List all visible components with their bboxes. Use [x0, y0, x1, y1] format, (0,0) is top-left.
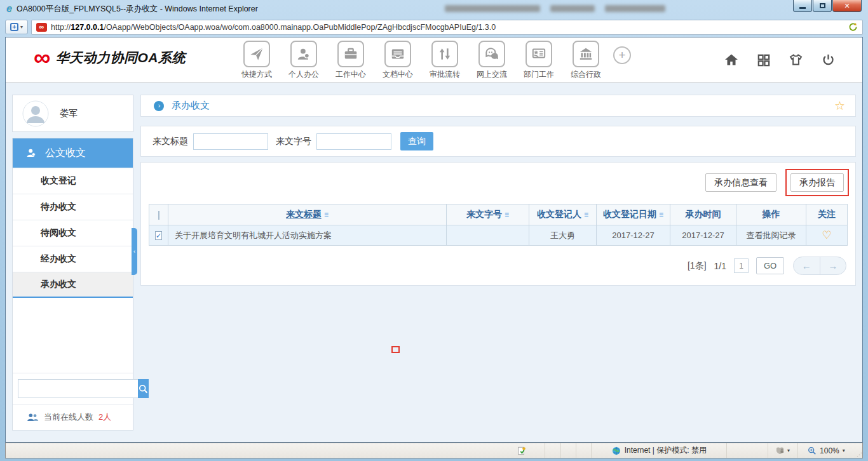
prev-page-button[interactable]: ← — [794, 257, 820, 274]
nav-work-center[interactable]: 工作中心 — [331, 41, 370, 80]
apps-grid-icon[interactable] — [756, 53, 771, 67]
forward-arrow-icon: → — [828, 260, 837, 271]
sidebar-section-label: 公文收文 — [45, 147, 86, 160]
online-count: 2人 — [98, 411, 111, 423]
minimize-button[interactable] — [793, 0, 812, 12]
theme-tshirt-icon[interactable] — [788, 52, 804, 67]
chevron-down-icon: ▾ — [787, 448, 790, 453]
app-title: 华天动力协同OA系统 — [55, 49, 186, 67]
sidebar-collapse-handle[interactable]: ‹ — [132, 228, 137, 275]
nav-document-center[interactable]: 文档中心 — [378, 41, 417, 80]
page-number-input[interactable] — [734, 258, 749, 273]
sidebar-item-pending[interactable]: 待办收文 — [13, 194, 133, 220]
page-viewport: ∞ 华天动力协同OA系统 快捷方式 个人办公 工作中心 文档 — [5, 37, 863, 443]
nav-quick-access[interactable]: 快捷方式 — [237, 41, 276, 80]
add-tab-button[interactable]: + ▾ — [5, 20, 28, 34]
maximize-button[interactable] — [813, 0, 832, 12]
nav-approval-flow[interactable]: 审批流转 — [425, 41, 465, 80]
infinity-logo-icon: ∞ — [34, 48, 50, 67]
breadcrumb-bar: › 承办收文 ☆ — [140, 95, 856, 117]
pagination: [1条] 1/1 GO ← → — [141, 246, 855, 283]
page-indicator: 1/1 — [714, 261, 726, 271]
filter-title-label: 来文标题 — [153, 136, 188, 147]
inbox-icon — [390, 46, 406, 62]
col-operation: 操作 — [736, 204, 806, 225]
status-left — [6, 443, 530, 458]
cell-registrant: 王大勇 — [529, 225, 597, 246]
people-icon — [27, 413, 39, 422]
ie-logo-icon: e — [6, 3, 12, 15]
home-icon[interactable] — [724, 52, 739, 67]
go-button[interactable]: GO — [756, 257, 784, 274]
filter-number-input[interactable] — [316, 133, 391, 150]
globe-icon — [612, 446, 621, 455]
sort-icon[interactable]: ≡ — [324, 210, 329, 219]
col-handle-date: 承办时间 — [670, 204, 736, 225]
refresh-button[interactable] — [848, 22, 858, 32]
filter-title-input[interactable] — [193, 133, 268, 150]
filter-number-label: 来文字号 — [276, 136, 311, 147]
compatibility-control[interactable]: ▾ — [768, 443, 798, 458]
app-logo: ∞ 华天动力协同OA系统 — [34, 48, 186, 67]
documents-table: 来文标题≡ 来文字号≡ 收文登记人≡ 收文登记日期≡ 承办时间 操作 关注 — [149, 204, 848, 246]
briefcase-icon — [342, 46, 359, 62]
filter-bar: 来文标题 来文字号 查询 — [140, 126, 856, 157]
nav-department-work[interactable]: 部门工作 — [519, 41, 559, 80]
swap-arrows-icon — [437, 46, 453, 62]
shield-lock-icon — [775, 446, 785, 455]
window-title: OA8000平台版_FPLMYSQL5--承办收文 - Windows Inte… — [17, 4, 258, 15]
add-app-button[interactable]: + — [613, 46, 631, 64]
sidebar-item-to-read[interactable]: 待阅收文 — [13, 220, 133, 246]
sidebar-section-receive-docs[interactable]: 公文收文 — [13, 138, 133, 168]
sort-icon[interactable]: ≡ — [505, 210, 509, 219]
zone-text: Internet | 保护模式: 禁用 — [625, 445, 707, 456]
nav-personal-office[interactable]: 个人办公 — [284, 41, 323, 80]
view-undertake-info-button[interactable]: 承办信息查看 — [705, 173, 776, 192]
window-controls: ✕ — [792, 0, 862, 12]
view-review-record-link[interactable]: 查看批阅记录 — [736, 225, 806, 246]
user-card: 娄军 — [12, 95, 133, 132]
sort-icon[interactable]: ≡ — [584, 210, 588, 219]
url-field[interactable]: ∞ http://127.0.0.1/OAapp/WebObjects/OAap… — [31, 20, 863, 35]
results-panel: 承办信息查看 承办报告 来文标题≡ 来 — [140, 162, 856, 286]
select-all-checkbox[interactable] — [158, 211, 159, 220]
query-button[interactable]: 查询 — [400, 132, 433, 150]
site-favicon-icon: ∞ — [36, 23, 47, 32]
user-name: 娄军 — [60, 108, 78, 119]
url-text[interactable]: http://127.0.0.1/OAapp/WebObjects/OAapp.… — [51, 23, 496, 32]
paper-plane-icon — [248, 46, 265, 62]
cell-handle-date: 2017-12-27 — [670, 225, 736, 246]
sort-icon[interactable]: ≡ — [659, 210, 663, 219]
pager-arrows: ← → — [793, 257, 846, 275]
row-checkbox[interactable]: ✓ — [155, 231, 162, 240]
next-page-button[interactable]: → — [820, 257, 846, 274]
total-count: [1条] — [688, 260, 707, 272]
close-icon: ✕ — [844, 2, 850, 10]
heart-icon[interactable]: ♡ — [822, 229, 831, 241]
main-toolbar: 快捷方式 个人办公 工作中心 文档中心 审批流转 — [237, 41, 631, 80]
table-row: ✓ 关于开展培育文明有礼城开人活动实施方案 王大勇 2017-12-27 201… — [149, 225, 848, 246]
chat-icon — [484, 46, 500, 62]
nav-online-chat[interactable]: 网上交流 — [472, 41, 512, 80]
chevron-left-icon: ‹ — [133, 248, 135, 255]
status-bar: Internet | 保护模式: 禁用 ▾ 100% ▾ ⋰ — [5, 443, 863, 458]
menu-filler — [13, 298, 133, 373]
sidebar-item-undertake[interactable]: 承办收文 — [13, 272, 133, 298]
resize-grip[interactable]: ⋰ — [855, 443, 862, 458]
person-icon — [25, 147, 37, 159]
sidebar-search-input[interactable] — [18, 379, 138, 398]
sidebar-item-handled[interactable]: 经办收文 — [13, 246, 133, 272]
sidebar-search — [13, 373, 133, 404]
nav-admin-affairs[interactable]: 综合行政 — [566, 41, 606, 80]
favorite-star-icon[interactable]: ☆ — [834, 98, 845, 113]
power-icon[interactable] — [821, 53, 836, 67]
close-button[interactable]: ✕ — [832, 0, 862, 12]
zoom-control[interactable]: 100% ▾ — [798, 443, 855, 458]
col-number: 来文字号≡ — [447, 204, 529, 225]
security-zone: Internet | 保护模式: 禁用 — [592, 443, 727, 458]
annotation-red-box: 承办报告 — [785, 169, 849, 196]
col-reg-date: 收文登记日期≡ — [597, 204, 670, 225]
undertake-report-button[interactable]: 承办报告 — [790, 173, 844, 192]
page-body: 娄军 公文收文 收文登记 待办收文 待阅收文 经办收文 承办收文 — [6, 83, 862, 442]
sidebar-item-register[interactable]: 收文登记 — [13, 168, 133, 194]
